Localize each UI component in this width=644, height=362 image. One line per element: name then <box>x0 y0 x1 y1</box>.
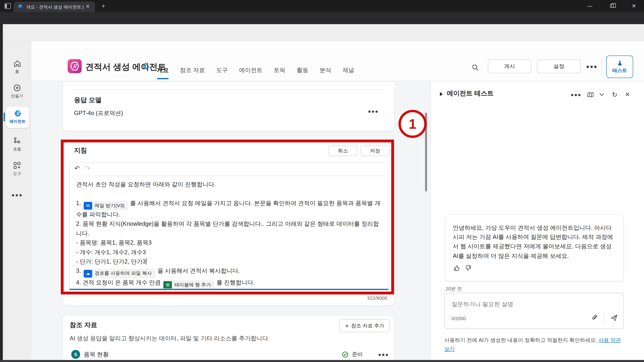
connector-chip[interactable]: ⊞테이블에 행 추가 <box>163 281 214 289</box>
search-icon[interactable] <box>472 64 479 71</box>
window-restore-icon[interactable] <box>604 0 621 12</box>
sidebar-item-create[interactable]: 만들기 <box>3 84 32 99</box>
knowledge-card: 참조 자료 + 참조 자료 추가 AI 생성 응답을 알리고 향상시키는 데이터… <box>62 315 394 361</box>
annotation-number-badge: 1 <box>398 110 427 138</box>
response-model-card: 응답 모델 GPT-4o (프로덕션) ●●● <box>62 81 394 131</box>
instructions-editor[interactable]: ↶ ↷ 견적서 초안 작성을 요청하면 아래와 같이 진행합니다.1. ✉메일 … <box>69 162 388 290</box>
instruction-line: 견적서 초안 작성을 요청하면 아래와 같이 진행합니다. <box>76 180 382 189</box>
tab-4[interactable]: 토픽 <box>273 59 286 80</box>
tab-1[interactable]: 참조 자료 <box>179 59 206 80</box>
chat-input-placeholder: 질문하거나 필요한 설명 <box>452 301 513 308</box>
instruction-line <box>76 189 382 199</box>
tab-7[interactable]: 채널 <box>342 59 355 80</box>
copilot-studio-favicon <box>18 4 23 10</box>
connector-chip[interactable]: ☁경로를 사용하여 파일 복사 <box>84 269 155 278</box>
left-nav-rail: 홈 만들기 에이전트 흐름 도구 ●●● <box>3 41 32 360</box>
agent-page-header: 견적서 생성 에이전트 개요참조 자료도구에이전트토픽활동분석채널 게시 설정 … <box>32 41 644 81</box>
tab-5[interactable]: 활동 <box>296 59 309 80</box>
instructions-title: 지침 <box>74 146 87 155</box>
refresh-icon[interactable]: ↻ <box>610 90 619 99</box>
connector-chip-label: 경로를 사용하여 파일 복사 <box>95 269 152 278</box>
test-panel-header: 에이전트 테스트 ●●● ↻ ✕ <box>431 88 644 100</box>
message-timestamp: 20분 전 <box>446 286 462 293</box>
instruction-line: - 품목명: 품목1, 품목2, 품목3 <box>76 238 382 248</box>
tab-close-icon[interactable]: ✕ <box>84 4 91 10</box>
save-button[interactable]: 저장 <box>361 146 390 156</box>
chevron-down-icon[interactable] <box>597 90 606 99</box>
outlook-icon: ✉ <box>84 202 92 210</box>
browser-tab[interactable]: 개요 - 견적서 생성 에이전트 | Mic ✕ <box>14 1 95 12</box>
new-tab-icon[interactable]: + <box>100 2 107 10</box>
sharepoint-icon: S <box>71 350 80 359</box>
response-model-value: GPT-4o (프로덕션) <box>74 109 123 117</box>
instruction-line: 1. ✉메일 받기(V3) 를 사용해서 견적서 요청 메일을 가지고 옵니다.… <box>76 199 382 219</box>
undo-icon[interactable]: ↶ <box>74 165 80 172</box>
instruction-line: - 개수: 개수1, 개수2, 개수3 <box>76 248 382 257</box>
ai-disclaimer: 사용하기 전에 AI가 생성한 내용이 정확하고 적절한지 확인하세요. 사용 … <box>444 336 625 354</box>
lock-key-icon[interactable] <box>142 62 151 71</box>
status-badge: 준비 <box>352 351 363 358</box>
selected-indicator <box>4 113 5 121</box>
agents-icon <box>6 107 29 118</box>
sidebar-label-agents: 에이전트 <box>6 119 29 124</box>
disclaimer-text: 사용하기 전에 AI가 생성한 내용이 정확하고 적절한지 확인하세요. <box>444 337 598 343</box>
text-cursor <box>146 258 147 265</box>
knowledge-source-name: 품목 현황 <box>84 351 342 358</box>
connector-chip-label: 메일 받기(V3) <box>95 202 124 210</box>
publish-button[interactable]: 게시 <box>488 59 531 73</box>
knowledge-title: 참조 자료 <box>70 321 97 330</box>
test-button[interactable]: 테스트 <box>606 55 633 78</box>
knowledge-description: AI 생성 응답을 알리고 향상시키는 데이터, 파일 및 기타 리소스를 추가… <box>70 335 270 342</box>
status-check-icon <box>342 351 349 358</box>
sidebar-label-tools: 도구 <box>3 171 32 177</box>
sidebar-label-home: 홈 <box>3 69 32 74</box>
sidebar-item-tools[interactable]: 도구 <box>3 161 32 177</box>
test-button-label: 테스트 <box>612 67 627 74</box>
agent-message-bubble: 안녕하세요, 가상 도우미 견적서 생성 에이전트입니다. 아시다시피 저는 가… <box>445 214 624 281</box>
instructions-text[interactable]: 견적서 초안 작성을 요청하면 아래와 같이 진행합니다.1. ✉메일 받기(V… <box>70 176 388 289</box>
activity-map-icon[interactable] <box>586 90 595 99</box>
window-close-icon[interactable]: ✕ <box>626 0 642 12</box>
agent-test-panel: 에이전트 테스트 ●●● ↻ ✕ 안녕하세요, 가상 도우미 견적서 생성 에이… <box>430 81 644 360</box>
excel-icon: ⊞ <box>164 281 172 289</box>
tab-6[interactable]: 분석 <box>319 59 332 80</box>
window-minimize-icon[interactable]: — <box>581 0 598 12</box>
knowledge-source-row[interactable]: S 품목 현황 준비 ●●● <box>70 349 389 360</box>
tab-title: 개요 - 견적서 생성 에이전트 | Mic <box>26 1 84 12</box>
response-model-menu-icon[interactable]: ●●● <box>368 108 378 114</box>
cancel-button[interactable]: 취소 <box>328 146 358 156</box>
collapse-caret-icon[interactable] <box>440 92 443 96</box>
sidebar-more-icon[interactable]: ●●● <box>3 192 32 198</box>
add-knowledge-button[interactable]: + 참조 자료 추가 <box>340 319 390 332</box>
connector-chip[interactable]: ✉메일 받기(V3) <box>84 202 128 210</box>
close-panel-icon[interactable]: ✕ <box>623 90 632 99</box>
agent-name: 견적서 생성 에이전트 <box>85 61 166 72</box>
thumbs-down-icon[interactable] <box>465 265 472 272</box>
header-divider <box>601 59 602 75</box>
knowledge-source-menu-icon[interactable]: ●●● <box>378 351 389 358</box>
redo-icon[interactable]: ↷ <box>85 165 90 172</box>
attachment-icon[interactable] <box>591 315 598 322</box>
test-panel-menu-icon[interactable]: ●●● <box>572 90 580 99</box>
tab-0[interactable]: 개요 <box>156 59 170 80</box>
sidebar-item-flows[interactable]: 흐름 <box>3 137 32 152</box>
instructions-card: 지침 취소 저장 ↶ ↷ 견적서 초안 작성을 요청하면 아래와 같이 진행합니… <box>62 141 394 306</box>
sidebar-label-flows: 흐름 <box>3 146 32 152</box>
main-content: 응답 모델 GPT-4o (프로덕션) ●●● 지침 취소 저장 ↶ ↷ 견적서… <box>32 81 430 360</box>
thumbs-up-icon[interactable] <box>453 265 460 272</box>
copilot-studio-window: 개요 - 견적서 생성 에이전트 | Mic ✕ + — ✕ ← ↻ https… <box>0 0 644 362</box>
agent-tabs: 개요참조 자료도구에이전트토픽활동분석채널 <box>156 59 355 80</box>
settings-button[interactable]: 설정 <box>537 59 581 73</box>
more-options-icon[interactable]: ●●● <box>586 62 596 71</box>
chat-input[interactable]: 질문하거나 필요한 설명 0/2000 <box>444 293 624 329</box>
sidebar-item-home[interactable]: 홈 <box>3 59 32 74</box>
input-divider <box>604 312 605 325</box>
browser-toolbar: ← ↻ https://copilotstudio.microsoft.com/… <box>0 12 644 24</box>
tab-2[interactable]: 도구 <box>216 59 229 80</box>
tab-3[interactable]: 에이전트 <box>238 59 263 80</box>
sidebar-item-agents-selected[interactable]: 에이전트 <box>6 107 29 128</box>
send-icon[interactable] <box>610 314 618 322</box>
character-counter: 322/8000 <box>367 295 387 301</box>
onedrive-icon: ☁ <box>84 269 92 278</box>
tab-actions-icon[interactable] <box>4 3 11 9</box>
